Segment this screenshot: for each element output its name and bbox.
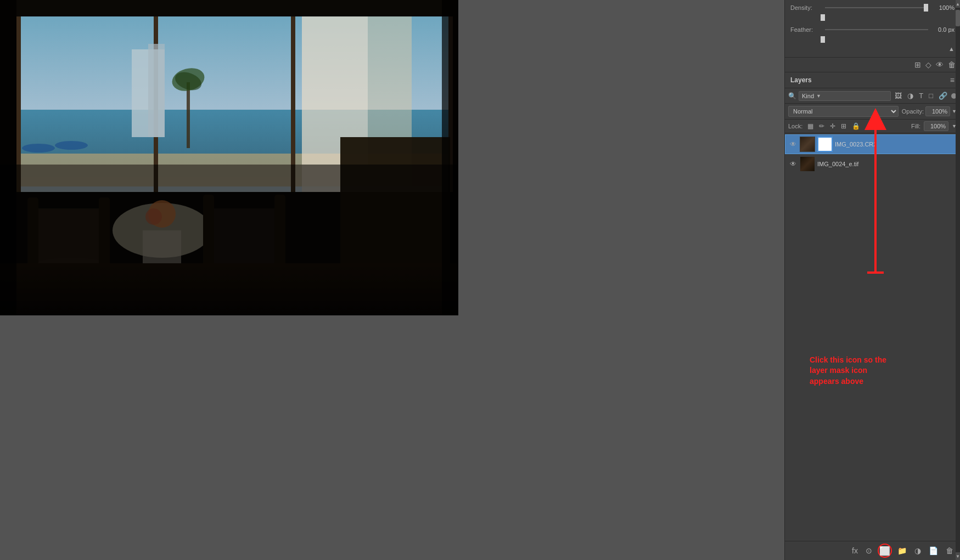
scrollbar-thumb[interactable] — [956, 10, 960, 26]
svg-rect-30 — [187, 82, 190, 148]
layer-item-1[interactable]: 👁 IMG_0023.CR2 — [785, 134, 960, 154]
layer-item-2[interactable]: 👁 IMG_0024_e.tif — [785, 154, 960, 174]
lock-position-icon[interactable]: ✛ — [828, 121, 837, 131]
photo-canvas — [0, 0, 458, 315]
layer-1-visibility-icon[interactable]: 👁 — [789, 140, 798, 148]
lock-image-icon[interactable]: ✏ — [817, 121, 826, 131]
feather-row: Feather: 0.0 px — [790, 26, 955, 33]
scrollbar-up-btn[interactable]: ▲ — [956, 0, 960, 8]
chevron-down-icon: ▼ — [816, 93, 821, 99]
density-row: Density: 100% — [790, 4, 955, 11]
density-value: 100% — [933, 4, 955, 11]
delete-layer-button[interactable]: 🗑 — [944, 545, 956, 556]
layers-toolbar: fx ⊙ ⬜ 📁 ◑ 📄 🗑 — [785, 541, 960, 560]
new-adjustment-button[interactable]: ◑ — [912, 545, 923, 556]
layer-2-name: IMG_0024_e.tif — [817, 161, 956, 167]
layer-1-name: IMG_0023.CR2 — [835, 141, 956, 148]
lock-artboard-icon[interactable]: ⊞ — [839, 121, 848, 131]
smart-filter-icon[interactable]: 🔗 — [937, 90, 949, 101]
layer-1-thumbnail — [800, 137, 815, 152]
layer-action-icons: ⊞ ◇ 👁 🗑 — [785, 58, 960, 72]
add-mask-button[interactable]: ⬜ — [878, 544, 892, 558]
layer-2-visibility-icon[interactable]: 👁 — [789, 160, 798, 168]
scrollbar-edge: ▲ ▼ — [956, 0, 960, 560]
adjustment-button[interactable]: ⊙ — [863, 545, 874, 556]
eye-preview-icon[interactable]: 👁 — [936, 60, 944, 69]
fx-button[interactable]: fx — [850, 545, 860, 556]
feather-slider[interactable] — [825, 29, 928, 31]
annotation-text: Click this icon so thelayer mask iconapp… — [810, 355, 886, 387]
svg-point-26 — [22, 144, 55, 152]
filter-kind-label: Kind — [802, 93, 814, 99]
layers-header: Layers ≡ — [785, 72, 960, 88]
filter-search-box[interactable]: Kind ▼ — [799, 91, 891, 101]
filter-icon-group: 🖼 ◑ T □ 🔗 — [893, 90, 949, 101]
properties-section: Density: 100% Feather: 0.0 px ▲ — [785, 0, 960, 58]
lock-pixels-icon[interactable]: ▦ — [806, 121, 815, 131]
lock-all-icon[interactable]: 🔒 — [850, 121, 862, 131]
photo-background — [0, 0, 458, 315]
layers-section: Layers ≡ 🔍 Kind ▼ 🖼 ◑ T □ 🔗 Normal Mult — [785, 72, 960, 560]
layer-2-thumbnail — [800, 156, 815, 172]
new-group-button[interactable]: 📁 — [895, 545, 909, 556]
lock-fill-row: Lock: ▦ ✏ ✛ ⊞ 🔒 Fill: ▼ — [785, 120, 960, 133]
svg-point-27 — [55, 141, 88, 150]
opacity-input[interactable] — [925, 106, 950, 116]
diamond-icon[interactable]: ◇ — [925, 60, 931, 69]
search-icon: 🔍 — [788, 92, 796, 100]
scrollbar-down-btn[interactable]: ▼ — [956, 552, 960, 560]
svg-rect-29 — [148, 44, 165, 137]
density-slider[interactable] — [825, 7, 928, 9]
svg-rect-23 — [0, 165, 458, 315]
density-slider-thumb[interactable] — [821, 14, 825, 21]
feather-value: 0.0 px — [933, 26, 955, 33]
layers-title: Layers — [790, 76, 950, 84]
density-label: Density: — [790, 4, 821, 11]
grid-icon[interactable]: ⊞ — [914, 60, 921, 69]
shape-filter-icon[interactable]: □ — [927, 90, 935, 101]
layer-filter-row: 🔍 Kind ▼ 🖼 ◑ T □ 🔗 — [785, 88, 960, 104]
new-layer-button[interactable]: 📄 — [927, 545, 940, 556]
text-filter-icon[interactable]: T — [917, 90, 925, 101]
feather-slider-thumb[interactable] — [821, 36, 825, 43]
photo-filter-icon[interactable]: 🖼 — [893, 90, 903, 101]
fill-label: Fill: — [911, 123, 920, 129]
layers-list: 👁 IMG_0023.CR2 👁 IMG_0024_e.tif — [785, 133, 960, 338]
lock-label: Lock: — [788, 123, 802, 129]
layer-1-mask-thumbnail — [817, 137, 833, 152]
opacity-group: Opacity: ▼ — [902, 106, 957, 116]
annotation-container: Click this icon so thelayer mask iconapp… — [785, 338, 960, 541]
properties-collapse[interactable]: ▲ — [790, 45, 955, 53]
feather-label: Feather: — [790, 26, 821, 33]
layers-menu-icon[interactable]: ≡ — [950, 76, 955, 84]
svg-rect-25 — [442, 0, 458, 315]
right-panel: Density: 100% Feather: 0.0 px ▲ ⊞ — [784, 0, 960, 560]
chevron-up-icon: ▲ — [948, 46, 955, 52]
svg-rect-24 — [0, 0, 16, 315]
trash-icon-top[interactable]: 🗑 — [948, 60, 956, 69]
photo-svg — [0, 0, 458, 315]
fill-input[interactable] — [924, 121, 948, 131]
blend-opacity-row: Normal Multiply Screen Overlay Opacity: … — [785, 104, 960, 120]
opacity-label: Opacity: — [902, 108, 924, 115]
adjustment-filter-icon[interactable]: ◑ — [906, 90, 915, 101]
blend-mode-select[interactable]: Normal Multiply Screen Overlay — [788, 106, 899, 117]
lock-icons-group: ▦ ✏ ✛ ⊞ 🔒 — [806, 121, 862, 131]
